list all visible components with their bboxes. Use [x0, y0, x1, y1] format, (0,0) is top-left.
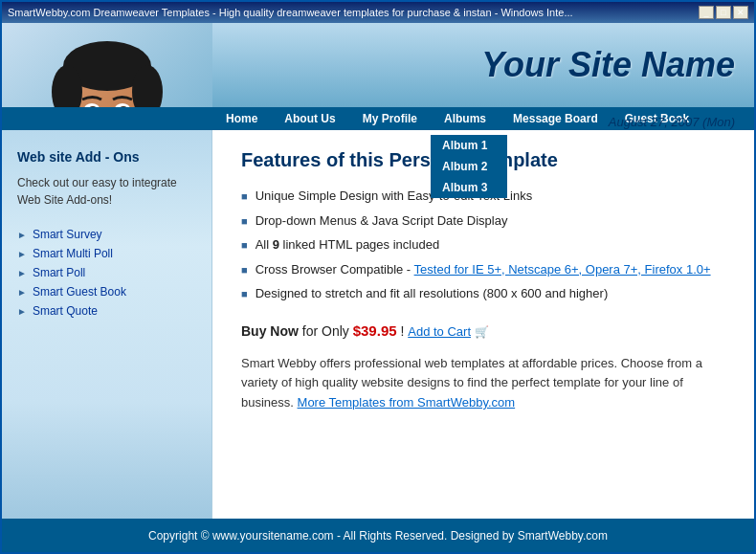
sidebar-link-multi-poll[interactable]: ► Smart Multi Poll: [17, 247, 196, 260]
main-body: Web site Add - Ons Check out our easy to…: [2, 130, 754, 519]
bullet-icon-3: ■: [241, 237, 248, 254]
sidebar-title: Web site Add - Ons: [17, 149, 196, 165]
add-to-cart-link[interactable]: Add to Cart: [408, 324, 471, 339]
albums-dropdown-menu: Album 1 Album 2 Album 3: [431, 135, 507, 198]
album-1-item[interactable]: Album 1: [431, 135, 507, 156]
nav-dropdown-albums[interactable]: Albums Album 1 Album 2 Album 3: [431, 112, 500, 125]
feature-item-5: ■ Designed to stretch and fit all resolu…: [241, 284, 725, 303]
sidebar-link-label-multi-poll: Smart Multi Poll: [33, 247, 113, 260]
minimize-button[interactable]: _: [699, 6, 714, 19]
sidebar: Web site Add - Ons Check out our easy to…: [2, 130, 212, 519]
nav-item-home[interactable]: Home: [212, 107, 271, 130]
sidebar-description: Check out our easy to integrate Web Site…: [17, 174, 196, 209]
feature-text-5: Designed to stretch and fit all resoluti…: [256, 284, 609, 303]
feature-text-3: All 9 linked HTML pages included: [256, 235, 439, 255]
sidebar-link-label-poll: Smart Poll: [33, 266, 85, 279]
feature-text-4: Cross Browser Compatible - Tested for IE…: [256, 260, 711, 279]
arrow-icon-4: ►: [17, 287, 27, 298]
close-button[interactable]: ✕: [733, 6, 748, 19]
sidebar-link-label-quote: Smart Quote: [33, 304, 98, 318]
buy-for: for Only: [302, 323, 353, 339]
page-content: Your Site Name Home About Us My Profile …: [2, 23, 754, 552]
header-photo: [2, 23, 212, 107]
nav-item-albums[interactable]: Albums: [431, 112, 500, 125]
arrow-icon: ►: [17, 230, 27, 240]
more-templates-link[interactable]: More Templates from SmartWebby.com: [298, 395, 516, 410]
bullet-icon-2: ■: [241, 213, 248, 230]
bullet-icon-4: ■: [241, 262, 248, 278]
date-display: August 27, 2007 (Mon): [609, 115, 735, 129]
title-bar: SmartWebby.com Dreamweaver Templates - H…: [2, 2, 754, 23]
sidebar-link-guest-book[interactable]: ► Smart Guest Book: [17, 285, 196, 299]
nav-bar: Home About Us My Profile Albums Album 1 …: [2, 107, 754, 130]
sidebar-link-label-guest-book: Smart Guest Book: [33, 285, 126, 299]
buy-label: Buy Now: [241, 323, 299, 339]
arrow-icon-5: ►: [17, 306, 27, 317]
feature-item-2: ■ Drop-down Menus & Java Script Date Dis…: [241, 211, 725, 231]
sidebar-link-survey[interactable]: ► Smart Survey: [17, 228, 196, 241]
footer: Copyright © www.yoursitename.com - All R…: [2, 519, 754, 552]
cross-browser-link[interactable]: Tested for IE 5+, Netscape 6+, Opera 7+,…: [414, 262, 711, 277]
window-chrome: SmartWebby.com Dreamweaver Templates - H…: [0, 0, 756, 554]
cart-icon: 🛒: [475, 325, 489, 339]
nav-item-about[interactable]: About Us: [271, 107, 348, 130]
nav-item-message-board[interactable]: Message Board: [500, 107, 611, 130]
arrow-icon-2: ►: [17, 249, 27, 259]
bullet-icon-5: ■: [241, 286, 248, 302]
nav-item-profile[interactable]: My Profile: [349, 107, 431, 130]
feature-item-3: ■ All 9 linked HTML pages included: [241, 235, 725, 255]
title-bar-buttons: _ □ ✕: [699, 6, 748, 19]
feature-text-2: Drop-down Menus & Java Script Date Displ…: [256, 211, 508, 231]
arrow-icon-3: ►: [17, 268, 27, 278]
footer-text: Copyright © www.yoursitename.com - All R…: [148, 529, 608, 543]
sidebar-link-poll[interactable]: ► Smart Poll: [17, 266, 196, 279]
person-image: [2, 23, 212, 107]
sidebar-link-quote[interactable]: ► Smart Quote: [17, 304, 196, 318]
price: $39.95: [353, 322, 397, 339]
header-title-area: Your Site Name: [212, 23, 754, 107]
site-title: Your Site Name: [481, 45, 735, 85]
feature-item-4: ■ Cross Browser Compatible - Tested for …: [241, 260, 725, 279]
buy-section: Buy Now for Only $39.95 ! Add to Cart 🛒: [241, 322, 725, 339]
feature-list: ■ Unique Simple Design with Easy-to-edit…: [241, 187, 725, 303]
header: Your Site Name: [2, 23, 754, 107]
window-title: SmartWebby.com Dreamweaver Templates - H…: [8, 7, 573, 18]
sidebar-link-label-survey: Smart Survey: [33, 228, 102, 241]
album-3-item[interactable]: Album 3: [431, 177, 507, 198]
album-2-item[interactable]: Album 2: [431, 156, 507, 177]
restore-button[interactable]: □: [716, 6, 731, 19]
bullet-icon-1: ■: [241, 188, 248, 205]
description-text: Smart Webby offers professional web temp…: [241, 354, 725, 413]
